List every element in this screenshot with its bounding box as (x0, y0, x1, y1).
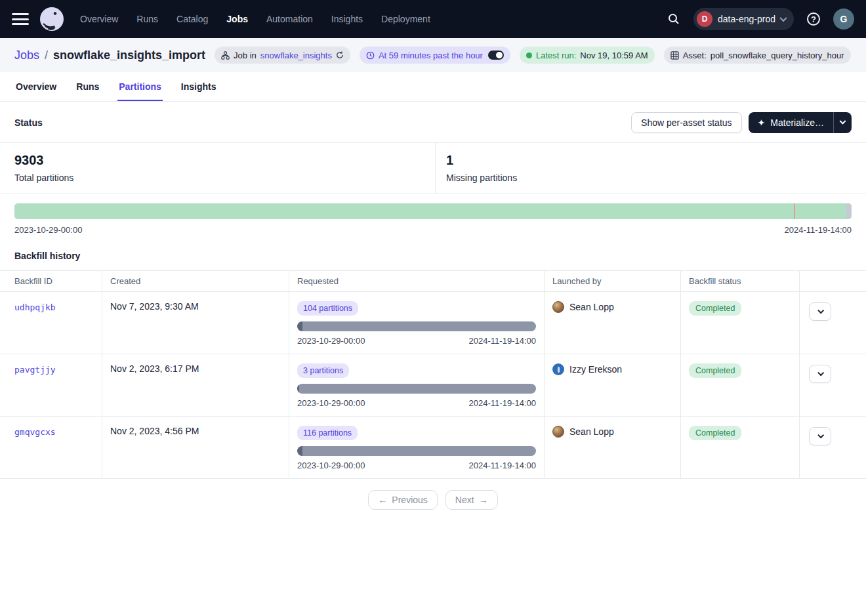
column-header-created: Created (102, 271, 289, 291)
previous-page-button[interactable]: ← Previous (368, 490, 437, 510)
missing-partitions-stat: 1 Missing partitions (435, 143, 531, 194)
user-avatar[interactable]: G (833, 9, 854, 30)
backfill-history-title: Backfill history (0, 235, 866, 270)
latest-run-badge: Latest run: Nov 19, 10:59 AM (520, 47, 655, 64)
nav-item-runs[interactable]: Runs (136, 14, 158, 24)
partition-count-badge[interactable]: 116 partitions (297, 426, 358, 440)
asset-grid-icon (670, 51, 679, 60)
launched-by-cell: Sean Lopp (552, 426, 672, 438)
user-initial-avatar (552, 363, 564, 375)
status-badge: Completed (689, 363, 741, 378)
nav-item-overview[interactable]: Overview (80, 14, 118, 24)
job-repo-link[interactable]: snowflake_insights (260, 51, 332, 60)
status-section-title: Status (14, 117, 43, 128)
chevron-down-icon (817, 432, 824, 438)
column-header-actions (799, 271, 866, 291)
backfill-range-start: 2023-10-29-00:00 (297, 398, 365, 408)
range-end-label: 2024-11-19-14:00 (785, 225, 852, 235)
breadcrumb-separator: / (45, 49, 48, 62)
materialize-dropdown-button[interactable] (833, 112, 852, 133)
latest-run-label: Latest run: (536, 51, 576, 60)
materialize-button[interactable]: ✦ Materialize… (749, 112, 833, 133)
requested-cell: 104 partitions 2023-10-29-00:00 2024-11-… (289, 292, 544, 354)
show-per-asset-status-button[interactable]: Show per-asset status (631, 112, 742, 133)
breadcrumb-jobs-link[interactable]: Jobs (14, 49, 39, 62)
chevron-down-icon (840, 117, 846, 124)
launched-by-cell: Sean Lopp (552, 301, 672, 313)
dagster-logo-icon[interactable] (39, 7, 64, 31)
total-partitions-label: Total partitions (14, 173, 421, 183)
partition-count-badge[interactable]: 3 partitions (297, 363, 349, 378)
row-actions-button[interactable] (809, 302, 831, 321)
nav-item-catalog[interactable]: Catalog (176, 14, 208, 24)
schedule-toggle[interactable] (488, 51, 504, 60)
status-header-row: Status Show per-asset status ✦ Materiali… (0, 102, 866, 142)
refresh-icon[interactable] (336, 51, 344, 59)
status-badge: Completed (689, 426, 741, 440)
breadcrumb-bar: Jobs / snowflake_insights_import Job in … (0, 38, 866, 72)
launched-by-cell: Izzy Erekson (552, 363, 672, 375)
launched-by-name: Sean Lopp (569, 302, 614, 312)
tab-partitions[interactable]: Partitions (117, 72, 163, 101)
backfill-range-bar (297, 321, 536, 331)
tab-insights[interactable]: Insights (180, 72, 218, 101)
failed-partition-marker (794, 203, 795, 219)
row-actions-button[interactable] (809, 365, 831, 383)
chevron-down-icon (817, 369, 824, 376)
status-badge: Completed (689, 301, 741, 316)
backfill-table-header: Backfill ID Created Requested Launched b… (0, 271, 866, 292)
backfill-range-start: 2023-10-29-00:00 (297, 461, 365, 470)
column-header-launched-by: Launched by (544, 271, 680, 291)
next-label: Next (455, 495, 474, 505)
partition-status-bar[interactable] (14, 203, 852, 219)
asset-link[interactable]: poll_snowflake_query_history_hour (711, 51, 844, 60)
missing-partition-segment (846, 203, 852, 219)
requested-cell: 3 partitions 2023-10-29-00:00 2024-11-19… (289, 354, 544, 416)
job-badge-label: Job in (234, 51, 257, 60)
user-photo-avatar (552, 301, 564, 313)
backfill-range-start: 2023-10-29-00:00 (297, 336, 365, 346)
backfill-range-end: 2024-11-19-14:00 (469, 336, 536, 346)
requested-cell: 116 partitions 2023-10-29-00:00 2024-11-… (289, 417, 544, 478)
column-header-backfill-id: Backfill ID (0, 271, 102, 291)
arrow-left-icon: ← (378, 495, 387, 505)
table-row: gmqvgcxs Nov 2, 2023, 4:56 PM 116 partit… (0, 417, 866, 479)
column-header-requested: Requested (289, 271, 544, 291)
help-icon[interactable]: ? (803, 9, 824, 30)
backfill-range-bar (297, 446, 536, 456)
schedule-badge: At 59 minutes past the hour (360, 47, 510, 64)
backfill-id-link[interactable]: pavgtjjy (14, 365, 56, 375)
nav-item-deployment[interactable]: Deployment (381, 14, 430, 24)
nav-item-insights[interactable]: Insights (331, 14, 363, 24)
top-nav: Overview Runs Catalog Jobs Automation In… (0, 0, 866, 38)
tab-overview[interactable]: Overview (14, 72, 58, 101)
next-page-button[interactable]: Next → (445, 490, 498, 510)
backfill-range-end: 2024-11-19-14:00 (469, 461, 536, 470)
nav-item-jobs[interactable]: Jobs (226, 14, 248, 24)
asset-label: Asset: (683, 51, 707, 60)
nav-item-automation[interactable]: Automation (266, 14, 313, 24)
row-actions-button[interactable] (809, 427, 831, 445)
user-photo-avatar (552, 426, 564, 438)
created-cell: Nov 7, 2023, 9:30 AM (102, 292, 289, 354)
latest-run-time[interactable]: Nov 19, 10:59 AM (580, 51, 648, 60)
run-status-dot-icon (526, 52, 532, 58)
table-row: pavgtjjy Nov 2, 2023, 6:17 PM 3 partitio… (0, 354, 866, 417)
search-icon[interactable] (663, 9, 684, 30)
backfill-id-link[interactable]: udhpqjkb (14, 302, 56, 312)
total-partitions-stat: 9303 Total partitions (0, 143, 435, 194)
materialize-button-label: Materialize… (770, 117, 824, 128)
hamburger-menu-icon[interactable] (12, 13, 29, 25)
tab-runs[interactable]: Runs (75, 72, 100, 101)
chevron-down-icon (817, 307, 824, 314)
deployment-switcher[interactable]: D data-eng-prod (693, 8, 794, 30)
deployment-name: data-eng-prod (718, 14, 775, 24)
chevron-down-icon (779, 14, 787, 22)
pagination: ← Previous Next → (0, 490, 866, 510)
backfill-id-link[interactable]: gmqvgcxs (14, 427, 56, 437)
partition-count-badge[interactable]: 104 partitions (297, 301, 358, 316)
main-nav-links: Overview Runs Catalog Jobs Automation In… (80, 14, 430, 24)
arrow-right-icon: → (479, 495, 488, 505)
job-graph-icon (221, 51, 230, 60)
breadcrumb: Jobs / snowflake_insights_import (14, 49, 205, 62)
